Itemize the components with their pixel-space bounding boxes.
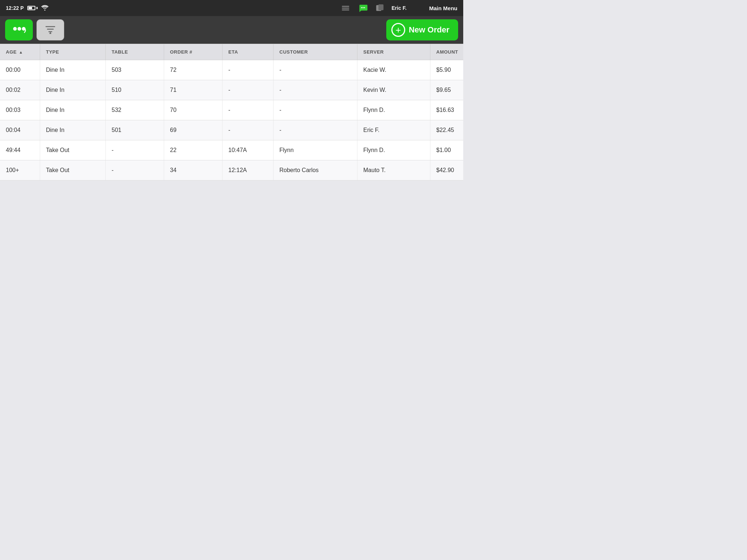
cell-type: Dine In — [40, 80, 106, 100]
cell-orderNum: 72 — [164, 60, 222, 80]
cell-eta: - — [222, 120, 274, 140]
cell-eta: 10:47A — [222, 140, 274, 160]
cell-amount: $5.90 — [430, 60, 463, 80]
cell-type: Dine In — [40, 60, 106, 80]
wifi-icon — [41, 5, 49, 11]
table-row[interactable]: 100+Take Out-3412:12ARoberto CarlosMauto… — [0, 160, 463, 180]
sort-arrow-icon: ▲ — [19, 50, 23, 54]
svg-point-5 — [364, 7, 365, 8]
svg-point-9 — [18, 27, 21, 31]
cell-customer: Roberto Carlos — [274, 160, 357, 180]
cell-customer: - — [274, 80, 357, 100]
time-display: 12:22 P — [6, 5, 24, 11]
cell-eta: - — [222, 60, 274, 80]
cell-type: Take Out — [40, 140, 106, 160]
cell-server: Mauto T. — [357, 160, 430, 180]
user-nav-icon — [375, 4, 384, 12]
cell-type: Dine In — [40, 120, 106, 140]
col-amount[interactable]: AMOUNT — [430, 44, 463, 60]
table-row[interactable]: 00:02Dine In51071--Kevin W.$9.65 — [0, 80, 463, 100]
cell-age: 00:02 — [0, 80, 40, 100]
table-header: AGE ▲ TYPE TABLE ORDER # ETA CUSTOMER SE… — [0, 44, 463, 60]
cell-eta: - — [222, 100, 274, 120]
cell-age: 49:44 — [0, 140, 40, 160]
cell-server: Flynn D. — [357, 140, 430, 160]
plus-icon: + — [391, 23, 405, 37]
col-type[interactable]: TYPE — [40, 44, 106, 60]
battery-icon — [27, 6, 38, 10]
col-server[interactable]: SERVER — [357, 44, 430, 60]
cell-amount: $42.90 — [430, 160, 463, 180]
cell-customer: Flynn — [274, 140, 357, 160]
cell-table: 501 — [106, 120, 164, 140]
cell-orderNum: 69 — [164, 120, 222, 140]
menu-icon — [340, 3, 351, 13]
cell-type: Dine In — [40, 100, 106, 120]
cell-orderNum: 34 — [164, 160, 222, 180]
svg-point-3 — [361, 7, 362, 8]
orders-table: AGE ▲ TYPE TABLE ORDER # ETA CUSTOMER SE… — [0, 44, 463, 180]
cell-server: Kacie W. — [357, 60, 430, 80]
col-customer[interactable]: CUSTOMER — [274, 44, 357, 60]
cell-orderNum: 70 — [164, 100, 222, 120]
cell-age: 00:04 — [0, 120, 40, 140]
cell-eta: 12:12A — [222, 160, 274, 180]
cell-amount: $1.00 — [430, 140, 463, 160]
col-age[interactable]: AGE ▲ — [0, 44, 40, 60]
new-order-label: New Order — [409, 25, 449, 35]
cell-table: 503 — [106, 60, 164, 80]
cell-table: 510 — [106, 80, 164, 100]
cell-server: Flynn D. — [357, 100, 430, 120]
table-body: 00:00Dine In50372--Kacie W.$5.9000:02Din… — [0, 60, 463, 180]
svg-rect-7 — [378, 4, 383, 10]
table-row[interactable]: 49:44Take Out-2210:47AFlynnFlynn D.$1.00 — [0, 140, 463, 160]
col-order-num[interactable]: ORDER # — [164, 44, 222, 60]
cell-orderNum: 71 — [164, 80, 222, 100]
current-user: Eric F. — [391, 5, 406, 11]
status-bar-left: 12:22 P — [6, 5, 232, 11]
cell-server: Eric F. — [357, 120, 430, 140]
chat-icon — [358, 3, 368, 13]
orders-button[interactable] — [5, 19, 33, 40]
cell-amount: $22.45 — [430, 120, 463, 140]
cell-table: 532 — [106, 100, 164, 120]
svg-rect-2 — [342, 9, 349, 11]
cell-eta: - — [222, 80, 274, 100]
cell-age: 00:00 — [0, 60, 40, 80]
table-row[interactable]: 00:04Dine In50169--Eric F.$22.45 — [0, 120, 463, 140]
filter-button[interactable] — [36, 19, 64, 40]
svg-rect-1 — [342, 8, 349, 9]
toolbar: + New Order — [0, 16, 463, 44]
cell-age: 00:03 — [0, 100, 40, 120]
cell-table: - — [106, 140, 164, 160]
status-bar-center: Eric F. — [340, 3, 406, 13]
cell-customer: - — [274, 100, 357, 120]
status-bar: 12:22 P — [0, 0, 463, 16]
svg-point-8 — [13, 27, 17, 31]
cell-amount: $9.65 — [430, 80, 463, 100]
cell-type: Take Out — [40, 160, 106, 180]
cell-customer: - — [274, 120, 357, 140]
cell-table: - — [106, 160, 164, 180]
cell-age: 100+ — [0, 160, 40, 180]
cell-customer: - — [274, 60, 357, 80]
table-row[interactable]: 00:00Dine In50372--Kacie W.$5.90 — [0, 60, 463, 80]
col-eta[interactable]: ETA — [222, 44, 274, 60]
cell-amount: $16.63 — [430, 100, 463, 120]
cell-server: Kevin W. — [357, 80, 430, 100]
new-order-button[interactable]: + New Order — [386, 19, 458, 40]
table-row[interactable]: 00:03Dine In53270--Flynn D.$16.63 — [0, 100, 463, 120]
cell-orderNum: 22 — [164, 140, 222, 160]
col-table[interactable]: TABLE — [106, 44, 164, 60]
svg-rect-0 — [342, 6, 349, 7]
svg-point-4 — [363, 7, 364, 8]
